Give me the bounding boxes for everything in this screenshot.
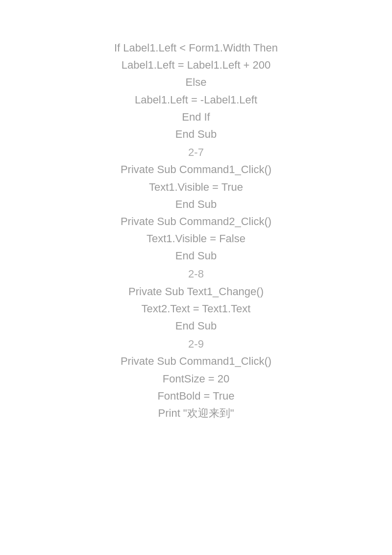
code-line-line3: Else: [186, 74, 207, 91]
code-line-line19: Private Sub Command1_Click(): [121, 353, 271, 370]
code-line-line12: Text1.Visible = False: [147, 230, 245, 247]
code-line-line15: Private Sub Text1_Change(): [128, 283, 264, 300]
code-line-line8: Private Sub Command1_Click(): [121, 161, 271, 178]
code-line-line1: If Label1.Left < Form1.Width Then: [114, 39, 278, 56]
code-line-line16: Text2.Text = Text1.Text: [142, 300, 251, 317]
code-line-line11: Private Sub Command2_Click(): [121, 213, 271, 230]
code-line-line4: Label1.Left = -Label1.Left: [135, 91, 257, 108]
code-line-line2: Label1.Left = Label1.Left + 200: [122, 56, 271, 74]
code-line-line18: 2-9: [188, 335, 204, 353]
code-line-line5: End If: [182, 108, 210, 126]
code-line-line17: End Sub: [175, 317, 217, 334]
code-block: If Label1.Left < Form1.Width ThenLabel1.…: [10, 39, 382, 422]
code-line-line6: End Sub: [175, 126, 217, 143]
code-line-line13: End Sub: [175, 247, 217, 264]
code-line-line9: Text1.Visible = True: [149, 178, 243, 196]
code-line-line21: FontBold = True: [157, 387, 234, 404]
code-line-line10: End Sub: [175, 196, 217, 213]
code-line-line22: Print "欢迎来到": [158, 404, 234, 422]
code-line-line7: 2-7: [188, 144, 204, 161]
code-line-line14: 2-8: [188, 265, 204, 282]
code-line-line20: FontSize = 20: [163, 370, 229, 387]
